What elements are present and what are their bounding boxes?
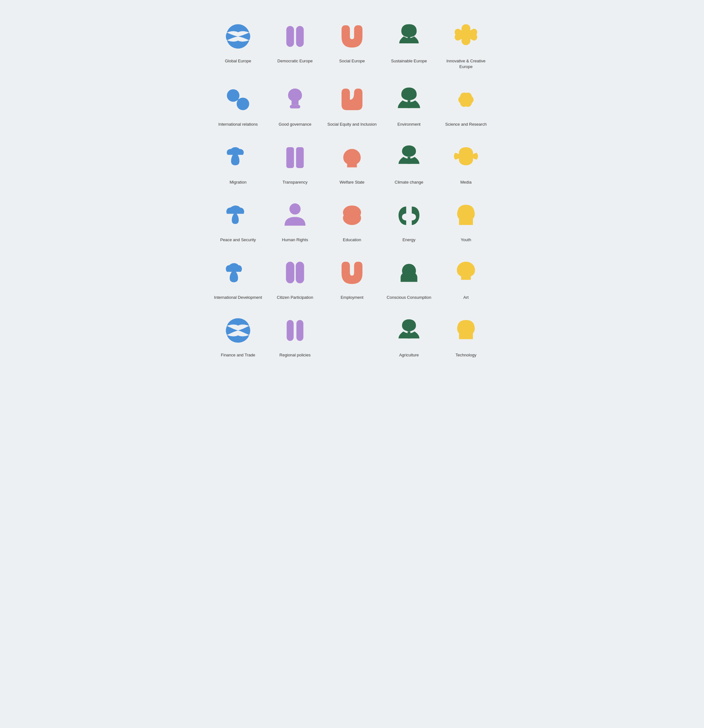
svg-rect-19 xyxy=(287,320,294,341)
social-europe-icon xyxy=(335,19,369,54)
conscious-consumption-label: Conscious Consumption xyxy=(387,295,431,300)
empty-icon xyxy=(335,313,369,348)
finance-trade-icon xyxy=(221,313,256,348)
democratic-europe-label: Democratic Europe xyxy=(277,58,312,64)
svg-rect-2 xyxy=(408,36,411,43)
svg-rect-12 xyxy=(408,157,411,164)
grid-item-welfare-state[interactable]: Welfare State xyxy=(327,140,377,185)
svg-rect-21 xyxy=(408,331,411,338)
global-europe-icon xyxy=(221,19,256,54)
human-rights-label: Human Rights xyxy=(282,237,308,243)
peace-security-label: Peace and Security xyxy=(220,237,256,243)
svg-rect-20 xyxy=(296,320,303,341)
grid-item-innovative-europe[interactable]: Innovative & Creative Europe xyxy=(441,19,491,69)
sustainable-europe-label: Sustainable Europe xyxy=(391,58,427,64)
grid-item-social-europe[interactable]: Social Europe xyxy=(327,19,377,69)
grid-item-human-rights[interactable]: Human Rights xyxy=(270,198,320,243)
svg-rect-5 xyxy=(290,105,301,108)
education-label: Education xyxy=(343,237,361,243)
grid-item-international-relations[interactable]: International relations xyxy=(213,82,263,127)
agriculture-icon xyxy=(392,313,426,348)
grid-item-regional-policies[interactable]: Regional policies xyxy=(270,313,320,358)
grid-item-migration[interactable]: Migration xyxy=(213,140,263,185)
migration-label: Migration xyxy=(230,179,246,185)
innovative-europe-icon xyxy=(448,19,483,54)
svg-rect-6 xyxy=(408,101,411,108)
svg-rect-16 xyxy=(286,262,294,283)
energy-icon xyxy=(392,198,426,233)
science-research-icon xyxy=(448,82,483,117)
grid-item-social-equity[interactable]: Social Equity and Inclusion xyxy=(327,82,377,127)
icon-grid: Global EuropeDemocratic EuropeSocial Eur… xyxy=(213,19,491,358)
grid-item-citizen-participation[interactable]: Citizen Participation xyxy=(270,256,320,300)
global-europe-label: Global Europe xyxy=(225,58,251,64)
youth-label: Youth xyxy=(461,237,471,243)
regional-policies-icon xyxy=(278,313,312,348)
sustainable-europe-icon xyxy=(392,19,426,54)
svg-rect-17 xyxy=(296,262,304,283)
art-icon xyxy=(448,256,483,290)
environment-label: Environment xyxy=(398,121,421,127)
conscious-consumption-icon xyxy=(392,256,426,290)
grid-item-global-europe[interactable]: Global Europe xyxy=(213,19,263,69)
migration-icon xyxy=(221,140,256,175)
education-icon xyxy=(335,198,369,233)
welfare-state-label: Welfare State xyxy=(340,179,365,185)
regional-policies-label: Regional policies xyxy=(279,352,311,358)
grid-item-democratic-europe[interactable]: Democratic Europe xyxy=(270,19,320,69)
grid-item-energy[interactable]: Energy xyxy=(384,198,434,243)
employment-label: Employment xyxy=(341,295,363,300)
grid-item-conscious-consumption[interactable]: Conscious Consumption xyxy=(384,256,434,300)
grid-item-peace-security[interactable]: Peace and Security xyxy=(213,198,263,243)
grid-item-employment[interactable]: Employment xyxy=(327,256,377,300)
grid-item-youth[interactable]: Youth xyxy=(441,198,491,243)
social-equity-icon xyxy=(335,82,369,117)
grid-item-technology[interactable]: Technology xyxy=(441,313,491,358)
svg-rect-1 xyxy=(296,26,304,47)
intl-development-icon xyxy=(221,256,256,290)
transparency-label: Transparency xyxy=(283,179,308,185)
svg-point-15 xyxy=(343,211,361,225)
svg-rect-11 xyxy=(296,147,304,168)
media-icon xyxy=(448,140,483,175)
grid-item-intl-development[interactable]: International Development xyxy=(213,256,263,300)
citizen-participation-icon xyxy=(278,256,312,290)
science-research-label: Science and Research xyxy=(445,121,487,127)
technology-label: Technology xyxy=(455,352,476,358)
agriculture-label: Agriculture xyxy=(399,352,419,358)
svg-rect-10 xyxy=(286,147,294,168)
technology-icon xyxy=(448,313,483,348)
international-relations-label: International relations xyxy=(218,121,258,127)
grid-item-finance-trade[interactable]: Finance and Trade xyxy=(213,313,263,358)
grid-item-science-research[interactable]: Science and Research xyxy=(441,82,491,127)
environment-icon xyxy=(392,82,426,117)
finance-trade-label: Finance and Trade xyxy=(221,352,255,358)
grid-item-empty[interactable] xyxy=(327,313,377,358)
good-governance-icon xyxy=(278,82,312,117)
grid-item-art[interactable]: Art xyxy=(441,256,491,300)
grid-item-climate-change[interactable]: Climate change xyxy=(384,140,434,185)
citizen-participation-label: Citizen Participation xyxy=(277,295,314,300)
grid-item-agriculture[interactable]: Agriculture xyxy=(384,313,434,358)
transparency-icon xyxy=(278,140,312,175)
good-governance-label: Good governance xyxy=(279,121,311,127)
innovative-europe-label: Innovative & Creative Europe xyxy=(441,58,491,69)
international-relations-icon xyxy=(221,82,256,117)
grid-item-education[interactable]: Education xyxy=(327,198,377,243)
human-rights-icon xyxy=(278,198,312,233)
grid-item-transparency[interactable]: Transparency xyxy=(270,140,320,185)
grid-item-sustainable-europe[interactable]: Sustainable Europe xyxy=(384,19,434,69)
peace-security-icon xyxy=(221,198,256,233)
energy-label: Energy xyxy=(402,237,415,243)
climate-change-label: Climate change xyxy=(395,179,423,185)
grid-item-media[interactable]: Media xyxy=(441,140,491,185)
media-label: Media xyxy=(460,179,471,185)
svg-rect-0 xyxy=(286,26,294,47)
social-equity-label: Social Equity and Inclusion xyxy=(327,121,376,127)
social-europe-label: Social Europe xyxy=(339,58,365,64)
employment-icon xyxy=(335,256,369,290)
grid-item-environment[interactable]: Environment xyxy=(384,82,434,127)
youth-icon xyxy=(448,198,483,233)
grid-item-good-governance[interactable]: Good governance xyxy=(270,82,320,127)
welfare-state-icon xyxy=(335,140,369,175)
